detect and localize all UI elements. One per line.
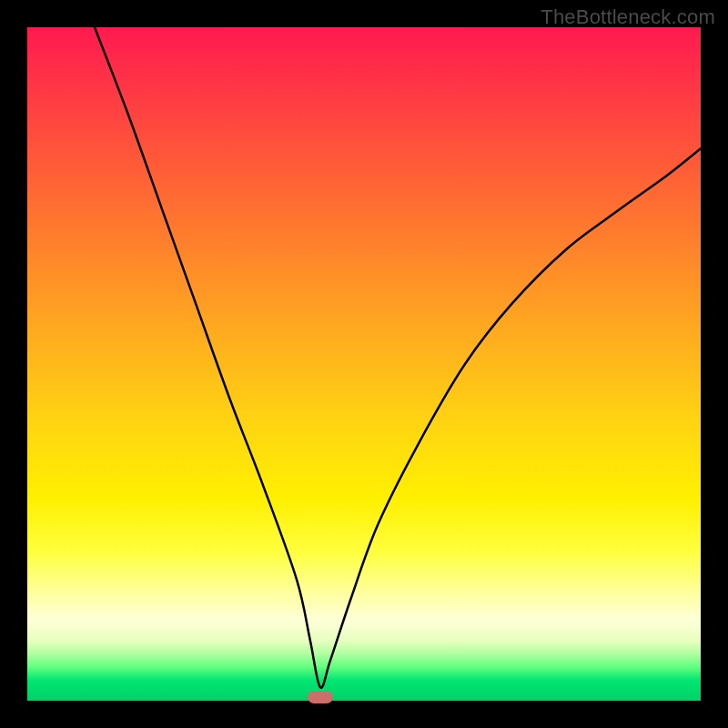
plot-area	[27, 27, 701, 701]
chart-frame: TheBottleneck.com	[0, 0, 728, 728]
curve-svg	[27, 27, 701, 701]
minimum-marker	[308, 691, 333, 703]
bottleneck-curve-path	[95, 27, 701, 688]
watermark-text: TheBottleneck.com	[541, 5, 715, 29]
